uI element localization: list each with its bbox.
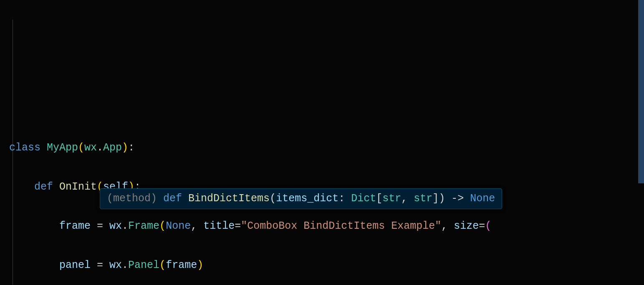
dot: . <box>97 142 103 154</box>
tooltip-type-arg: str <box>382 192 401 205</box>
tooltip-comma: , <box>401 192 414 205</box>
class-ref: Frame <box>128 220 159 232</box>
indent <box>9 259 59 271</box>
none-literal: None <box>166 220 191 232</box>
kwarg: title <box>203 220 235 232</box>
indent <box>9 220 59 232</box>
paren: ( <box>78 142 84 154</box>
indent <box>9 181 34 193</box>
equals: = <box>91 220 109 232</box>
arg: frame <box>166 259 197 271</box>
paren: ( <box>485 220 491 232</box>
kwarg: size <box>454 220 479 232</box>
tooltip-paren: ) <box>439 192 445 205</box>
dot: . <box>122 259 128 271</box>
module: wx <box>109 259 122 271</box>
tooltip-colon: : <box>338 192 351 205</box>
hover-tooltip: (method) def BindDictItems(items_dict: D… <box>100 188 502 209</box>
class-name: MyApp <box>47 142 78 154</box>
comma: , <box>441 220 454 232</box>
tooltip-kind: (method) <box>107 192 157 205</box>
tooltip-bracket: ] <box>432 192 439 205</box>
code-line[interactable]: frame = wx.Frame(None, title="ComboBox B… <box>9 216 644 236</box>
equals: = <box>479 220 485 232</box>
equals: = <box>91 259 109 271</box>
code-line[interactable]: class MyApp(wx.App): <box>9 138 644 158</box>
paren: ) <box>197 259 203 271</box>
code-line[interactable]: panel = wx.Panel(frame) <box>9 255 644 275</box>
tooltip-paren: ( <box>270 192 276 205</box>
keyword-def: def <box>34 181 53 193</box>
paren: ( <box>159 220 166 232</box>
tooltip-def: def <box>163 192 182 205</box>
tooltip-type-arg: str <box>414 192 432 205</box>
dot: . <box>122 220 128 232</box>
tooltip-type: Dict <box>351 192 376 205</box>
module: wx <box>109 220 122 232</box>
paren: ) <box>122 142 128 154</box>
base-class: App <box>103 142 122 154</box>
tooltip-arrow: -> <box>445 192 470 205</box>
tooltip-fn-name: BindDictItems <box>188 192 270 205</box>
tooltip-bracket: [ <box>376 192 382 205</box>
paren: ( <box>159 259 166 271</box>
variable: panel <box>59 259 91 271</box>
class-ref: Panel <box>128 259 159 271</box>
tooltip-return: None <box>470 192 495 205</box>
equals: = <box>235 220 241 232</box>
keyword-class: class <box>9 142 40 154</box>
comma: , <box>191 220 203 232</box>
variable: frame <box>59 220 91 232</box>
scrollbar-thumb[interactable] <box>638 0 644 183</box>
colon: : <box>128 142 134 154</box>
tooltip-param: items_dict <box>276 192 338 205</box>
method-name: OnInit <box>59 181 97 193</box>
string-literal: "ComboBox BindDictItems Example" <box>241 220 441 232</box>
module: wx <box>84 142 97 154</box>
